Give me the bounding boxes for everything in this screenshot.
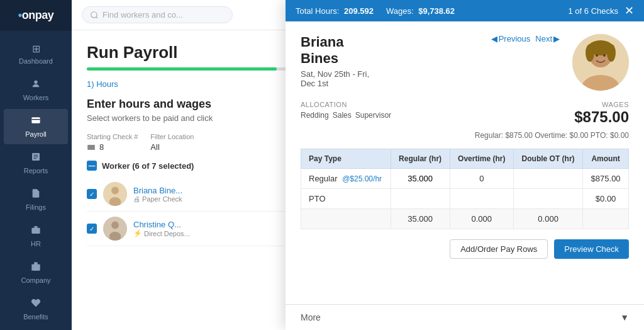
filter-label: Filter Location	[150, 133, 194, 140]
chevron-down-icon: ▼	[620, 312, 629, 322]
sidebar-item-benefits[interactable]: Benefits	[4, 292, 68, 327]
search-placeholder: Find workers and co...	[103, 10, 183, 20]
sidebar-item-payroll[interactable]: Payroll	[4, 109, 68, 144]
progress-fill	[87, 67, 277, 71]
filings-icon	[31, 188, 41, 201]
worker-info: Christine Q... ⚡ Direct Depos...	[133, 220, 190, 237]
table-row: PTO $0.00	[301, 189, 629, 209]
overlay-topbar-left: Total Hours: 209.592 Wages: $9,738.62	[296, 6, 455, 16]
sidebar-item-label: Filings	[26, 203, 46, 211]
sidebar-item-reports[interactable]: Reports	[4, 145, 68, 181]
tag-sales: Sales	[333, 111, 352, 120]
regular-cell[interactable]	[391, 189, 450, 209]
search-icon	[90, 11, 99, 20]
svg-rect-11	[87, 144, 95, 149]
worker-dates: Sat, Nov 25th - Fri, Dec 1st	[301, 69, 383, 88]
totals-amount	[583, 209, 629, 229]
totals-double-ot: 0.000	[514, 209, 583, 229]
sidebar-item-label: HR	[31, 240, 41, 248]
sidebar-item-label: Dashboard	[19, 57, 53, 65]
alloc-wages-row: ALLOCATION Redding Sales Supervisor WAGE…	[301, 101, 629, 126]
reports-icon	[31, 152, 41, 164]
starting-check-value: 8	[99, 142, 104, 152]
allocation-tags: Redding Sales Supervisor	[301, 111, 391, 120]
worker-checkbox[interactable]: ✓	[87, 224, 97, 234]
action-row: Add/Order Pay Rows Preview Check	[301, 239, 629, 259]
sidebar-item-dashboard[interactable]: ⊞ Dashboard	[4, 37, 68, 71]
avatar	[103, 182, 127, 206]
starting-check-group: Starting Check # 8	[87, 133, 138, 152]
worker-type: 🖨 Paper Check	[133, 195, 182, 203]
preview-check-button[interactable]: Preview Check	[554, 239, 629, 259]
hr-icon	[31, 225, 41, 237]
pay-type-cell: PTO	[301, 189, 391, 209]
rate-link[interactable]: @$25.00/hr	[342, 174, 382, 183]
worker-type: ⚡ Direct Depos...	[133, 229, 190, 237]
double-ot-cell	[514, 189, 583, 209]
svg-line-10	[96, 16, 98, 18]
regular-cell[interactable]	[391, 169, 450, 189]
tag-supervisor: Supervisor	[355, 111, 391, 120]
more-section[interactable]: More ▼	[286, 304, 644, 330]
benefits-icon	[31, 298, 41, 310]
wages-label: WAGES	[574, 101, 629, 108]
search-box[interactable]: Find workers and co...	[82, 6, 233, 23]
payroll-icon	[31, 115, 41, 128]
starting-check-input: 8	[87, 142, 138, 152]
sidebar-item-hr[interactable]: HR	[4, 219, 68, 254]
col-amount: Amount	[583, 149, 629, 169]
worker-info: Briana Bine... 🖨 Paper Check	[133, 186, 182, 203]
sidebar: •onpay ⊞ Dashboard Workers Payroll Repor…	[0, 0, 72, 330]
totals-regular: 35.000	[391, 209, 450, 229]
sidebar-item-label: Workers	[23, 94, 49, 101]
svg-point-9	[91, 11, 97, 17]
worker-checkbox[interactable]: ✓	[87, 189, 97, 199]
worker-name: Briana Bine...	[133, 186, 182, 195]
svg-rect-7	[31, 228, 40, 234]
tag-redding: Redding	[301, 111, 329, 120]
main-content: Find workers and co... Run Payroll 1) Ho…	[72, 0, 644, 330]
sidebar-item-company[interactable]: Company	[4, 255, 68, 290]
sidebar-item-label: Reports	[24, 167, 48, 174]
worker-full-name: Briana Bines	[301, 34, 383, 67]
sidebar-item-label: Benefits	[23, 313, 48, 321]
print-icon: 🖨	[133, 195, 140, 203]
table-row: Regular @$25.00/hr 0 $875.00	[301, 169, 629, 189]
sidebar-item-filings[interactable]: Filings	[4, 182, 68, 217]
close-button[interactable]: ✕	[625, 5, 634, 16]
worker-header-info: Briana Bines Sat, Nov 25th - Fri, Dec 1s…	[301, 34, 383, 88]
starting-check-label: Starting Check #	[87, 133, 138, 140]
overlay-topbar: Total Hours: 209.592 Wages: $9,738.62 1 …	[286, 0, 644, 21]
prev-button[interactable]: ◀ Previous	[491, 34, 531, 43]
allocation-section: ALLOCATION Redding Sales Supervisor	[301, 101, 391, 120]
totals-overtime: 0.000	[450, 209, 513, 229]
sidebar-item-workers[interactable]: Workers	[4, 72, 68, 108]
next-button[interactable]: Next ▶	[535, 34, 560, 43]
wages-section: WAGES $875.00	[574, 101, 629, 126]
wages-display: Wages: $9,738.62	[386, 6, 455, 16]
pay-type-cell: Regular @$25.00/hr	[301, 169, 391, 189]
filter-location-group: Filter Location All	[150, 133, 194, 152]
overtime-cell	[450, 189, 513, 209]
app-logo: •onpay	[18, 9, 53, 22]
sidebar-item-label: Payroll	[25, 130, 47, 138]
company-icon	[31, 261, 41, 274]
wages-amount: $875.00	[574, 108, 629, 126]
select-all-checkbox[interactable]: —	[87, 161, 97, 171]
overlay-body: Briana Bines Sat, Nov 25th - Fri, Dec 1s…	[286, 21, 644, 304]
regular-input[interactable]	[401, 174, 439, 183]
worker-name: Christine Q...	[133, 220, 190, 229]
filter-value: All	[150, 142, 194, 152]
totals-label	[301, 209, 391, 229]
avatar	[103, 217, 127, 241]
worker-count: Worker (6 of 7 selected)	[102, 161, 194, 171]
double-ot-cell	[514, 169, 583, 189]
overtime-cell[interactable]: 0	[450, 169, 513, 189]
svg-point-13	[111, 187, 119, 195]
svg-point-0	[34, 81, 37, 84]
amount-cell: $0.00	[583, 189, 629, 209]
svg-point-23	[607, 44, 616, 62]
sidebar-item-label: Company	[21, 276, 50, 284]
col-pay-type: Pay Type	[301, 149, 391, 169]
add-order-button[interactable]: Add/Order Pay Rows	[450, 239, 548, 259]
